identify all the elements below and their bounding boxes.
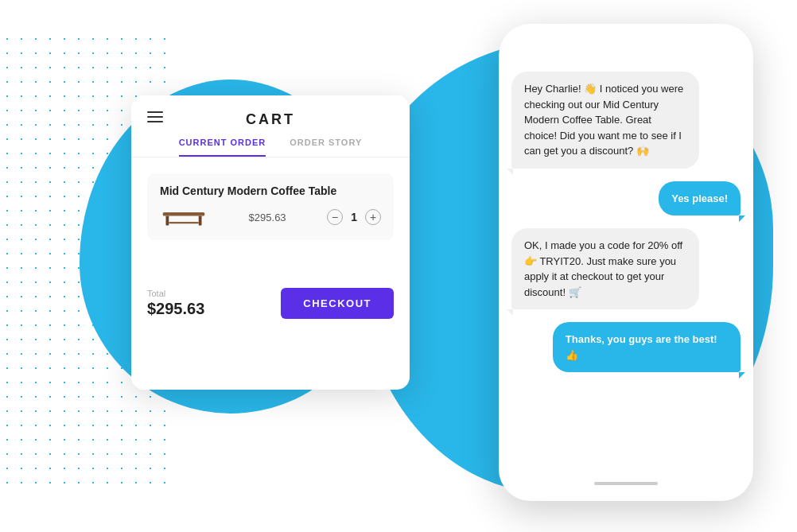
cart-card: CART CURRENT ORDER ORDER STORY Mid Centu…	[131, 95, 410, 390]
coffee-table-image	[160, 205, 208, 229]
svg-rect-3	[169, 222, 199, 223]
tab-current-order[interactable]: CURRENT ORDER	[179, 138, 266, 157]
cart-tabs: CURRENT ORDER ORDER STORY	[131, 128, 410, 157]
phone-messages-container: Hey Charlie! 👋 I noticed you were checki…	[499, 64, 753, 476]
phone-frame: Hey Charlie! 👋 I noticed you were checki…	[499, 24, 753, 501]
hamburger-menu-icon[interactable]	[147, 111, 163, 122]
message-3: OK, I made you a code for 20% off 👉 TRYI…	[511, 228, 699, 309]
cart-total: Total $295.63	[147, 289, 204, 318]
message-4: Thanks, you guys are the best! 👍	[553, 322, 741, 372]
cart-total-label: Total	[147, 289, 204, 298]
cart-item: Mid Century Modern Coffee Table $295.63	[147, 173, 394, 240]
quantity-value: 1	[351, 211, 357, 223]
cart-item-price: $295.63	[249, 212, 286, 223]
message-1: Hey Charlie! 👋 I noticed you were checki…	[511, 72, 699, 169]
tab-order-story[interactable]: ORDER STORY	[290, 138, 362, 157]
phone-home-bar	[594, 482, 658, 485]
quantity-increase-button[interactable]: +	[365, 209, 381, 225]
cart-footer: Total $295.63 CHECKOUT	[131, 272, 410, 335]
cart-total-amount: $295.63	[147, 300, 204, 318]
svg-rect-1	[166, 216, 169, 226]
checkout-button[interactable]: CHECKOUT	[281, 288, 394, 319]
cart-body: Mid Century Modern Coffee Table $295.63	[131, 157, 410, 240]
cart-title: CART	[246, 111, 295, 128]
svg-rect-2	[199, 216, 202, 226]
quantity-decrease-button[interactable]: −	[327, 209, 343, 225]
cart-header: CART	[131, 95, 410, 128]
cart-item-row: $295.63 − 1 +	[160, 205, 381, 229]
phone-notch	[594, 40, 658, 56]
message-2: Yes please!	[659, 181, 741, 216]
cart-item-quantity: − 1 +	[327, 209, 381, 225]
cart-item-name: Mid Century Modern Coffee Table	[160, 184, 381, 197]
